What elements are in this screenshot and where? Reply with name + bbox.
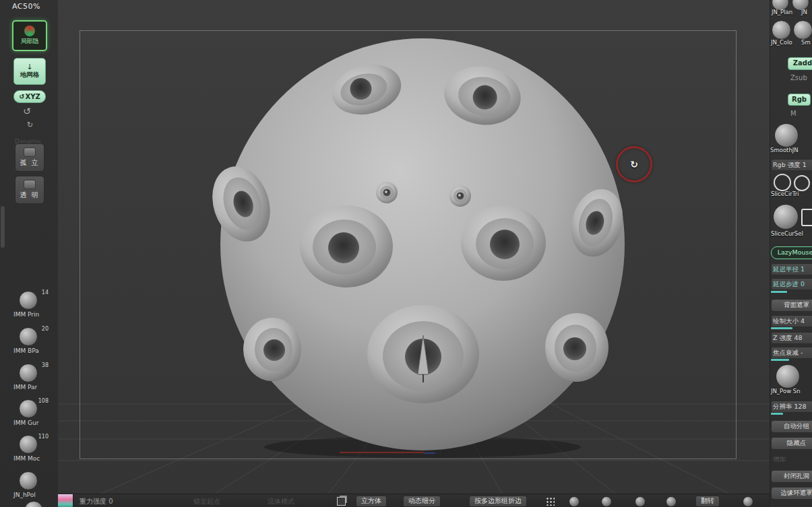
- brush-imm-bpa[interactable]: 20 IMM BPa: [13, 327, 49, 361]
- transparent-label: 透 明: [20, 191, 39, 200]
- isolate-button[interactable]: 孤 立: [15, 143, 44, 172]
- brush-count: 38: [42, 362, 49, 368]
- brush-imm-prin[interactable]: 14 IMM Prin: [13, 291, 49, 325]
- pow-brush-label: JN_Pow Sn: [771, 388, 801, 395]
- z-intensity-slider[interactable]: Z 强度 48: [771, 332, 812, 344]
- grow-button[interactable]: 增加: [773, 455, 786, 464]
- brush-label: JN_hPol: [13, 492, 49, 498]
- brush-label: IMM Gur: [13, 419, 49, 426]
- local-symmetry-button[interactable]: 局部隐: [12, 20, 47, 51]
- rgb-button[interactable]: Rgb: [788, 94, 811, 106]
- smooth-brush-label: SmoothJN: [770, 147, 799, 154]
- brush-thumbnail: [19, 471, 38, 490]
- model-viewport[interactable]: [58, 0, 770, 495]
- sphere-tool-icon[interactable]: [666, 496, 677, 507]
- sphere-tool-icon[interactable]: [569, 496, 580, 507]
- xyz-label: XYZ: [26, 93, 40, 100]
- pow-brush-thumbnail[interactable]: [776, 364, 800, 388]
- close-holes-button[interactable]: 封闭孔洞: [771, 470, 812, 483]
- brush-imm-par[interactable]: 38 IMM Par: [13, 364, 49, 397]
- left-scrollbar[interactable]: [1, 206, 5, 248]
- swirl-icon: [24, 26, 35, 36]
- sculpt-model[interactable]: [203, 38, 630, 458]
- dots-tool-icon[interactable]: [546, 497, 555, 506]
- backface-mask-button[interactable]: 背面遮罩: [771, 299, 812, 312]
- brush-label: IMM Prin: [13, 311, 49, 318]
- cube-icon[interactable]: [337, 497, 346, 506]
- slice-circle-icon[interactable]: [794, 175, 810, 191]
- brush-thumbnail: [19, 399, 38, 418]
- fluid-mode-button[interactable]: 流体模式: [268, 497, 294, 506]
- color-picker-tile[interactable]: [58, 494, 73, 507]
- brush-count: 20: [42, 326, 49, 332]
- rotate-ccw-icon[interactable]: ↺: [23, 106, 31, 116]
- brush-jn-hpol[interactable]: JN_hPol: [13, 471, 49, 505]
- brush-cursor[interactable]: ↻: [616, 146, 652, 182]
- brush-thumbnail: [19, 291, 38, 310]
- brush-imm-gur[interactable]: 108 IMM Gur: [13, 399, 49, 433]
- brush-thumbnail: [19, 364, 38, 382]
- cube-button[interactable]: 立方体: [356, 496, 387, 507]
- lazy-step-bar: [771, 291, 787, 293]
- resolution-slider[interactable]: 分辨率 128: [771, 401, 812, 413]
- brush-label: Sm: [801, 39, 811, 46]
- floor-grid-label: 地网格: [20, 71, 40, 79]
- left-toolbar: AC50% 局部隐 ↓ 地网格 ↺ XYZ ↺ ↻ Dynamic 孤 立 透 …: [0, 0, 59, 507]
- transparent-icon: [24, 180, 36, 189]
- lazy-radius-slider[interactable]: 延迟半径 1: [771, 263, 812, 275]
- brush-label: JN_Plan: [772, 9, 792, 15]
- brush-count: 108: [38, 398, 49, 404]
- focal-shift-slider[interactable]: 焦点衰减 -: [771, 347, 812, 359]
- transparent-button[interactable]: 透 明: [15, 176, 44, 204]
- auto-group-button[interactable]: 自动分组: [771, 420, 812, 433]
- gravity-strength-label[interactable]: 重力强度 0: [80, 497, 113, 506]
- zadd-button[interactable]: Zadd: [788, 57, 812, 70]
- rotate-xyz-button[interactable]: ↺ XYZ: [13, 90, 46, 103]
- lazymouse-button[interactable]: LazyMouse: [771, 246, 812, 259]
- brush-label: IMM Moc: [13, 455, 49, 462]
- sphere-tool-icon[interactable]: [743, 496, 753, 507]
- local-symmetry-label: 局部隐: [21, 37, 39, 46]
- edge-loop-mask-button[interactable]: 边缘环遮罩: [771, 487, 812, 500]
- brush-label: IMM BPa: [13, 347, 49, 354]
- slice-circle-icon[interactable]: [774, 174, 791, 191]
- draw-size-slider[interactable]: 绘制大小 4: [771, 315, 812, 327]
- smooth-brush-thumbnail[interactable]: [774, 123, 799, 147]
- isolate-label: 孤 立: [20, 158, 39, 168]
- lazy-step-slider[interactable]: 延迟步进 0: [771, 278, 812, 290]
- right-shelf: JN_Plan JN JN_Colo Sm Zadd Zsub Rgb M Sm…: [770, 0, 812, 507]
- zsub-button[interactable]: Zsub: [790, 74, 807, 81]
- brush-label: JN: [801, 9, 807, 15]
- sphere-tool-icon[interactable]: [635, 496, 646, 507]
- brush-thumb-jn-colo[interactable]: [772, 20, 791, 40]
- lock-start-button[interactable]: 锁定起点: [193, 497, 220, 506]
- brush-thumbnail: [19, 327, 38, 346]
- brush-label: JN_Colo: [771, 39, 792, 46]
- isolate-icon: [24, 147, 36, 157]
- viewport-canvas[interactable]: ↻: [58, 0, 770, 495]
- sphere-tool-icon[interactable]: [601, 496, 612, 507]
- resolution-bar: [771, 413, 783, 415]
- ac-opacity-button[interactable]: AC50%: [12, 2, 40, 11]
- rgb-intensity-slider[interactable]: Rgb 强度 1: [771, 159, 812, 171]
- brush-count: 14: [42, 290, 49, 296]
- crease-polygroup-button[interactable]: 按多边形组折边: [469, 496, 527, 507]
- hide-point-button[interactable]: 隐藏点: [771, 437, 812, 450]
- focal-shift-bar: [771, 359, 789, 361]
- bottom-toolbar: 重力强度 0 锁定起点 流体模式 立方体 动态细分 按多边形组折边 翻转: [58, 494, 770, 507]
- slice-curve-label: SliceCurSel: [771, 230, 803, 237]
- brush-imm-moc[interactable]: 110 IMM Moc: [13, 435, 49, 469]
- selection-icon[interactable]: [801, 209, 812, 226]
- rotate-cw-icon[interactable]: ↻: [27, 121, 33, 129]
- zbrush-window: AC50% 局部隐 ↓ 地网格 ↺ XYZ ↺ ↻ Dynamic 孤 立 透 …: [0, 0, 812, 507]
- dynamic-subdiv-button[interactable]: 动态细分: [403, 496, 441, 507]
- brush-thumbnail: [19, 435, 38, 454]
- rotate-cursor-icon: ↻: [630, 159, 638, 170]
- flip-button[interactable]: 翻转: [695, 496, 720, 507]
- slice-curve-thumbnail[interactable]: [773, 204, 799, 230]
- down-arrow-icon: ↓: [26, 63, 32, 71]
- floor-grid-button[interactable]: ↓ 地网格: [13, 58, 46, 85]
- brush-thumb-sm[interactable]: [793, 20, 812, 40]
- draw-size-bar: [771, 327, 792, 329]
- m-button[interactable]: M: [790, 110, 797, 117]
